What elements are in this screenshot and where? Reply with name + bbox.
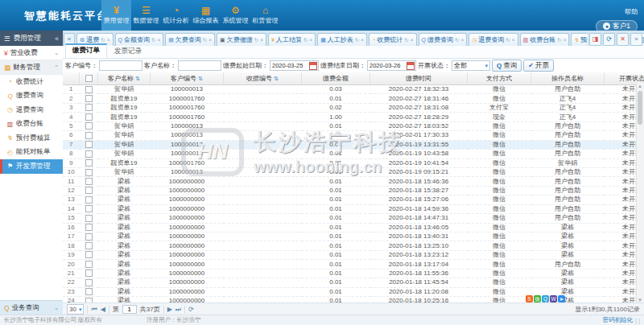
table-scrollbar[interactable]: ▲ ▼ <box>636 83 644 303</box>
refresh-icon[interactable]: ⟳ <box>188 306 194 313</box>
sidebar-item-charge-stats[interactable]: ◔收费统计 <box>0 75 63 89</box>
close-icon[interactable]: × <box>512 37 515 43</box>
table-row[interactable]: 3靓资单1910000017600.022020-02-27 18:31:08支… <box>63 103 644 112</box>
sidebar-item-biz-query[interactable]: Q 业务查询 ⌄ <box>0 300 63 315</box>
nav-item-lease[interactable]: ⌂租赁管理 <box>250 0 280 31</box>
refresh-icon[interactable]: ↻ <box>506 37 510 43</box>
next-page-button[interactable]: ▶ <box>167 306 172 313</box>
sidebar-item-charge-ledger[interactable]: ▥收费台账 <box>0 117 63 132</box>
close-icon[interactable]: × <box>157 37 160 43</box>
row-checkbox[interactable] <box>85 132 93 139</box>
start-date-input[interactable]: 2020-03-25 <box>270 60 319 71</box>
refresh-icon[interactable]: ↻ <box>101 37 105 43</box>
row-checkbox[interactable] <box>85 196 93 204</box>
tab-charge-ledger[interactable]: ▥收费台账↻× <box>520 33 570 46</box>
customer-name-input[interactable] <box>178 60 221 71</box>
refresh-icon[interactable]: ↻ <box>455 37 459 43</box>
row-checkbox[interactable] <box>85 251 93 258</box>
subtab-pay-orders[interactable]: 缴费订单 <box>65 43 107 58</box>
table-row[interactable]: 18梁栋10000000000.012020-01-18 13:25:10微信梁… <box>63 241 644 250</box>
refresh-icon[interactable]: ↻ <box>355 37 359 43</box>
sort-icon[interactable]: ⇅ <box>134 76 140 81</box>
tab-manual-settle[interactable]: ¥人工结算↻× <box>268 33 316 46</box>
table-row[interactable]: 5贺华娟1000000130.012020-02-27 18:03:52微信用户… <box>63 121 644 130</box>
close-icon[interactable]: × <box>564 37 567 43</box>
sidebar-item-pay-query[interactable]: Q缴费查询 <box>0 89 63 104</box>
table-row[interactable]: 9靓资单1910000017600.012020-01-19 10:41:54微… <box>63 158 644 167</box>
table-row[interactable]: 22梁栋10000000000.012020-01-18 11:45:54微信梁… <box>63 278 644 287</box>
row-checkbox[interactable] <box>85 141 93 148</box>
sort-icon[interactable]: ⇅ <box>272 76 279 81</box>
sidebar-item-energy-bill[interactable]: ◴能耗对账单 <box>0 146 63 160</box>
row-checkbox[interactable] <box>85 242 93 249</box>
sort-icon[interactable]: ⇅ <box>196 76 203 81</box>
table-row[interactable]: 7贺华娟1000000130.012020-01-19 13:31:55微信用户… <box>63 140 644 149</box>
invoice-status-select[interactable]: 全部 ▾ <box>452 60 490 71</box>
row-checkbox[interactable] <box>85 215 93 222</box>
search-button[interactable]: Q 查询 <box>492 60 522 72</box>
tab-arrears-query[interactable]: ▤欠费查询↻× <box>165 33 215 46</box>
tab-refund-query[interactable]: ◷退费查询↻× <box>469 33 518 46</box>
calendar-icon[interactable] <box>309 62 317 70</box>
table-row[interactable]: 8贺华娟1000000130.012020-01-19 10:43:58微信用户… <box>63 150 644 158</box>
row-checkbox[interactable] <box>85 122 93 130</box>
table-row[interactable]: 19梁栋10000000000.012020-01-18 13:23:12微信梁… <box>63 250 644 259</box>
refresh-icon[interactable]: ⟳ <box>603 33 615 46</box>
sidebar-item-invoice-mgmt[interactable]: ⚑开发票管理 <box>0 159 63 174</box>
close-icon[interactable]: × <box>460 37 464 43</box>
row-checkbox[interactable] <box>85 104 93 111</box>
close-icon[interactable]: × <box>411 37 414 43</box>
layout-icon[interactable]: ◨ <box>589 33 601 46</box>
select-all-checkbox[interactable] <box>85 75 93 82</box>
chevron-up-icon[interactable]: ⌃ <box>54 64 59 71</box>
tab-charge-stats[interactable]: ◔收费统计↻× <box>369 33 416 46</box>
row-checkbox[interactable] <box>85 233 93 241</box>
help-link[interactable]: 帮助 <box>625 8 638 15</box>
row-checkbox[interactable] <box>85 86 93 93</box>
table-row[interactable]: 21梁栋10000000000.012020-01-18 11:55:36微信梁… <box>63 269 644 278</box>
column-header-cust_no[interactable]: 客户编号 ⇅ <box>151 72 224 85</box>
table-row[interactable]: 6贺华娟1000000130.012020-02-01 17:30:33微信用户… <box>63 131 644 140</box>
row-checkbox[interactable] <box>85 224 93 231</box>
nav-item-data[interactable]: ☰数据管理 <box>131 0 161 31</box>
qq-share-icon[interactable]: Q <box>542 295 549 302</box>
footer-link[interactable]: 密码初始化 <box>603 316 634 324</box>
page-number-input[interactable] <box>122 305 137 314</box>
row-checkbox[interactable] <box>85 288 93 295</box>
last-page-button[interactable]: ⏭ <box>175 306 181 314</box>
scroll-up-icon[interactable]: ▲ <box>637 83 643 89</box>
refresh-icon[interactable]: ↻ <box>303 37 308 43</box>
close-icon[interactable]: × <box>107 37 110 43</box>
table-row[interactable]: 10贺华娟1000000130.012020-01-19 09:15:21微信用… <box>63 167 644 176</box>
chevron-down-icon[interactable]: ⌄ <box>54 50 59 56</box>
nav-item-fee[interactable]: ¥费用管理 <box>101 0 131 31</box>
refresh-icon[interactable]: ↻ <box>557 37 561 43</box>
close-icon[interactable]: × <box>208 37 212 43</box>
table-row[interactable]: 11梁栋10000000000.012020-01-18 15:46:36微信用… <box>63 177 644 186</box>
close-icon[interactable]: × <box>361 37 364 43</box>
refresh-icon[interactable]: ↻ <box>254 37 258 43</box>
row-checkbox[interactable] <box>85 279 93 286</box>
first-page-button[interactable]: ⏮ <box>91 306 97 314</box>
row-checkbox[interactable] <box>85 269 93 277</box>
nav-item-system[interactable]: ⚙系统管理 <box>221 0 250 31</box>
nav-item-report[interactable]: ▦综合报表 <box>191 0 221 31</box>
end-date-input[interactable]: 2020-03-26 <box>367 60 416 71</box>
sidebar-panel-header[interactable]: ☰ 费用管理 « <box>0 31 63 46</box>
refresh-icon[interactable]: ↻ <box>203 37 207 43</box>
tab-arrears-urge[interactable]: ▣欠费催缴↻× <box>217 33 266 46</box>
table-row[interactable]: 2靓资单1910000017600.012020-02-27 18:31:46微… <box>63 94 644 103</box>
share-icon[interactable]: S <box>526 295 533 302</box>
table-row[interactable]: 20梁栋10000000000.012020-01-18 13:17:04微信用… <box>63 260 644 269</box>
column-header-receipt[interactable]: 收据编号 ⇅ <box>224 72 302 85</box>
row-checkbox[interactable] <box>85 178 93 185</box>
tab-amount-query[interactable]: Q金额查询↻× <box>115 33 164 46</box>
nav-item-stats[interactable]: ◔统计分析 <box>161 0 191 31</box>
tab-manual-read[interactable]: ▦人工抄表↻× <box>317 33 367 46</box>
table-row[interactable]: 17梁栋10000000000.012020-01-18 13:40:31微信梁… <box>63 232 644 241</box>
make-invoice-button[interactable]: ✔ 开票 <box>523 60 554 72</box>
sidebar-item-prepay-check[interactable]: ↯预付费核算 <box>0 131 63 146</box>
prev-page-button[interactable]: ◀ <box>101 306 105 313</box>
calendar-icon[interactable] <box>407 62 415 70</box>
row-checkbox[interactable] <box>85 261 93 268</box>
